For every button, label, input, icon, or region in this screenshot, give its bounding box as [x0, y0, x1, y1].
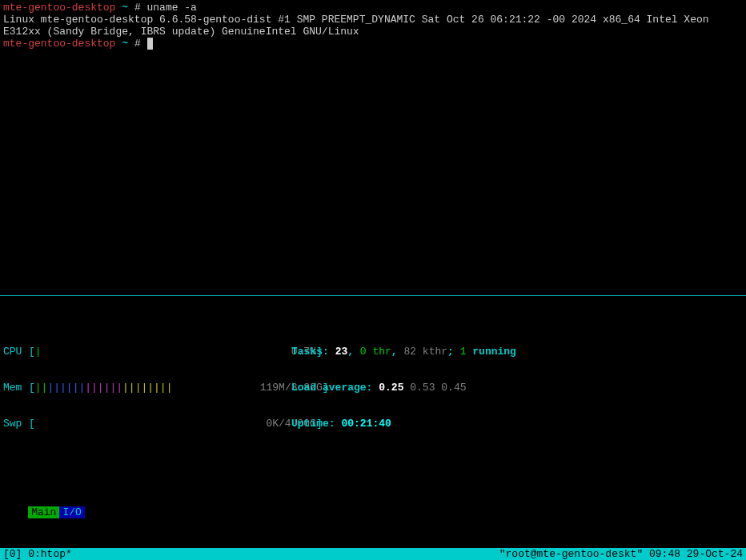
shell-output: mte-gentoo-desktop ~ # uname -a Linux mt… — [0, 0, 746, 51]
prompt-tilde: ~ — [122, 2, 128, 14]
status-right: "root@mte-gentoo-deskt" 09:48 29-Oct-24 — [499, 548, 743, 560]
htop-pane: CPU[| 0.7%] Mem[|||||||||||||||||||||| 1… — [0, 296, 746, 560]
load-line: Load average: 0.25 0.53 0.45 — [291, 382, 743, 394]
tmux-statusbar[interactable]: [0] 0:htop* "root@mte-gentoo-deskt" 09:4… — [0, 548, 746, 560]
uname-output: Linux mte-gentoo-desktop 6.6.58-gentoo-d… — [3, 14, 709, 38]
tasks-line: Tasks: 23, 0 thr, 82 kthr; 1 running — [291, 346, 743, 358]
uptime-line: Uptime: 00:21:40 — [291, 418, 743, 430]
tab-io[interactable]: I/O — [59, 506, 84, 518]
status-left: [0] 0:htop* — [3, 548, 72, 560]
shell-command: uname -a — [147, 2, 197, 14]
htop-tabs: MainI/O — [3, 494, 743, 530]
cursor[interactable] — [147, 38, 154, 50]
cpu-meter: CPU[| 0.7%] — [3, 346, 291, 358]
prompt-host: mte-gentoo-desktop — [3, 2, 115, 14]
prompt-sym: # — [134, 2, 141, 14]
tab-main[interactable]: Main — [28, 506, 59, 518]
prompt-host-2: mte-gentoo-desktop — [3, 38, 115, 50]
mem-meter: Mem[|||||||||||||||||||||| 119M/3.82G] — [3, 382, 291, 394]
swp-meter: Swp[ 0K/4.00G] — [3, 418, 291, 430]
